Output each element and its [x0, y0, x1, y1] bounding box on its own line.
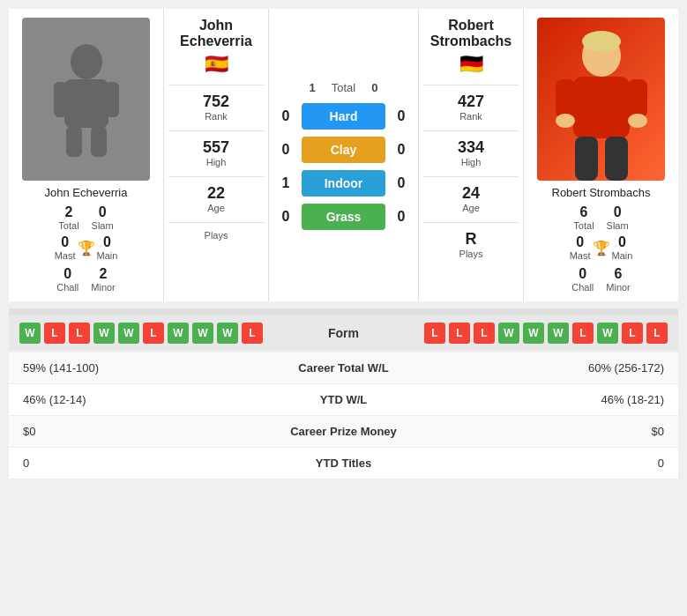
right-minor-label: Minor [606, 282, 631, 293]
right-slam-label: Slam [607, 220, 629, 231]
left-form-badges: WLLWWLWWWL [19, 323, 263, 344]
form-badge-left: L [69, 323, 90, 344]
right-titles: 0 [451, 456, 664, 470]
svg-rect-14 [605, 137, 628, 181]
left-titles: 0 [23, 456, 236, 470]
left-high-box: 557 High [168, 130, 264, 167]
indoor-button[interactable]: Indoor [302, 170, 385, 197]
left-chall-value: 0 [56, 266, 78, 282]
clay-button[interactable]: Clay [302, 137, 385, 163]
right-player-photo [537, 18, 665, 181]
right-chall-value: 0 [571, 266, 594, 282]
form-section: WLLWWLWWWL Form LLLWWWLWLL [9, 315, 678, 351]
left-chall-label: Chall [56, 282, 78, 293]
right-ytd-wl: 46% (18-21) [451, 393, 664, 406]
right-age-value: 24 [423, 184, 519, 203]
hard-row: 0 Hard 0 [269, 103, 418, 130]
svg-rect-1 [64, 79, 108, 128]
total-label: Total [332, 81, 355, 94]
right-form-badges: LLLWWWLWLL [424, 323, 668, 344]
left-minor-block: 2 Minor [91, 266, 116, 293]
left-rank-value: 752 [168, 93, 264, 111]
svg-rect-2 [54, 82, 68, 117]
form-badge-right: L [622, 323, 643, 344]
left-high-value: 557 [168, 138, 264, 157]
form-badge-right: L [474, 323, 495, 344]
ytd-wl-row: 46% (12-14) YTD W/L 46% (18-21) [9, 384, 678, 416]
form-badge-right: W [597, 323, 618, 344]
right-main-label: Main [612, 250, 633, 261]
svg-point-7 [582, 31, 621, 52]
right-flag: 🇩🇪 [459, 53, 483, 76]
right-player-title: RobertStrombachs [430, 18, 512, 49]
right-mast-label: Mast [570, 250, 591, 261]
left-total-label: Total [58, 220, 78, 231]
left-age-label: Age [168, 203, 264, 213]
left-player-card: John Echeverria 2 Total 0 Slam 0 Mast 🏆 [9, 9, 163, 301]
right-info-panel: RobertStrombachs 🇩🇪 427 Rank 334 High 24… [418, 9, 524, 301]
svg-rect-10 [628, 79, 647, 118]
right-mast-block: 0 Mast [570, 234, 591, 261]
svg-rect-3 [105, 82, 119, 117]
right-player-card: Robert Strombachs 6 Total 0 Slam 0 Mast … [524, 9, 678, 301]
left-slam-block: 0 Slam [92, 204, 114, 231]
right-plays-label: Plays [423, 249, 519, 259]
left-rank-label: Rank [168, 111, 264, 122]
left-prize: $0 [23, 425, 236, 438]
form-badge-right: L [572, 323, 594, 344]
form-badge-left: W [118, 323, 139, 344]
right-high-box: 334 High [423, 130, 519, 167]
right-minor-value: 6 [606, 266, 631, 282]
form-badge-right: L [646, 323, 668, 344]
right-mast-value: 0 [570, 234, 591, 250]
svg-rect-4 [66, 126, 82, 157]
left-total-value: 2 [58, 204, 78, 220]
right-main-block: 0 Main [612, 234, 633, 261]
form-badge-right: L [424, 323, 445, 344]
left-main-value: 0 [97, 234, 118, 250]
clay-left-score: 0 [277, 142, 295, 158]
form-badge-left: L [143, 323, 164, 344]
right-trophy-row: 0 Mast 🏆 0 Main [570, 234, 633, 261]
grass-button[interactable]: Grass [302, 204, 385, 230]
left-age-value: 22 [168, 184, 264, 203]
left-info-panel: JohnEcheverria 🇪🇸 752 Rank 557 High 22 A… [163, 9, 269, 301]
right-total-block: 6 Total [573, 204, 594, 231]
right-player-stats-bottom: 0 Chall 6 Minor [571, 266, 631, 293]
left-chall-block: 0 Chall [56, 266, 78, 293]
right-player-name: Robert Strombachs [552, 186, 651, 199]
left-mast-label: Mast [55, 250, 76, 261]
comparison-section: John Echeverria 2 Total 0 Slam 0 Mast 🏆 [9, 9, 678, 301]
career-wl-row: 59% (141-100) Career Total W/L 60% (256-… [9, 353, 678, 384]
right-plays-box: R Plays [423, 222, 519, 259]
right-career-wl: 60% (256-172) [451, 361, 664, 375]
ytd-wl-label: YTD W/L [236, 393, 450, 406]
svg-rect-5 [91, 126, 107, 157]
indoor-row: 1 Indoor 0 [269, 170, 418, 197]
svg-point-12 [628, 114, 647, 128]
left-plays-box: Plays [168, 222, 264, 241]
svg-point-11 [556, 114, 575, 128]
career-wl-label: Career Total W/L [236, 361, 450, 375]
form-badge-right: L [449, 323, 470, 344]
left-plays-label: Plays [168, 230, 264, 241]
right-slam-block: 0 Slam [607, 204, 629, 231]
left-trophy-row: 0 Mast 🏆 0 Main [55, 234, 118, 261]
right-title-name: RobertStrombachs [430, 18, 512, 48]
right-chall-block: 0 Chall [571, 266, 594, 293]
right-age-box: 24 Age [423, 176, 519, 213]
right-trophy-icon: 🏆 [593, 240, 610, 256]
right-rank-value: 427 [423, 93, 519, 111]
hard-button[interactable]: Hard [302, 103, 385, 130]
total-right-score: 0 [371, 81, 377, 94]
right-total-label: Total [573, 220, 594, 231]
indoor-right-score: 0 [392, 175, 410, 191]
left-career-wl: 59% (141-100) [23, 361, 236, 375]
total-row: 1 Total 0 [310, 81, 378, 94]
titles-label: YTD Titles [236, 456, 450, 470]
right-rank-label: Rank [423, 111, 519, 122]
form-badge-right: W [498, 323, 519, 344]
left-player-stats-bottom: 0 Chall 2 Minor [56, 266, 116, 293]
prize-row: $0 Career Prize Money $0 [9, 416, 678, 448]
clay-row: 0 Clay 0 [269, 137, 418, 163]
